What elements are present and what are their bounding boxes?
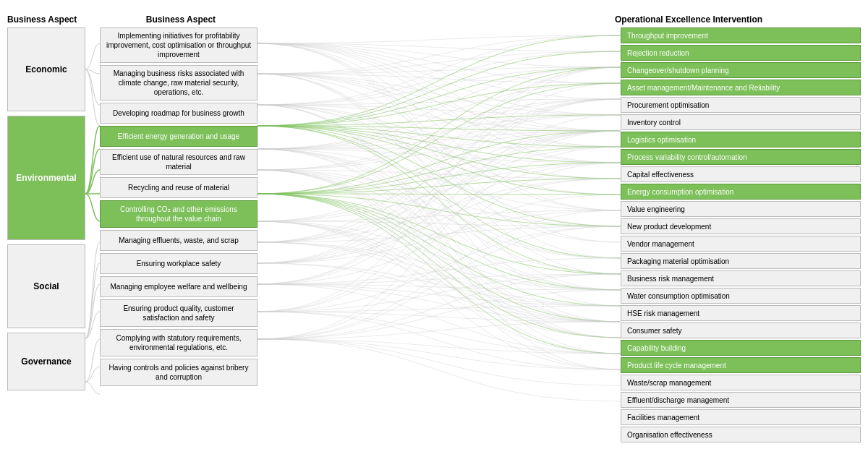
business-item-11: Complying with statutory requirements, e…	[100, 329, 258, 356]
business-item-9: Managing employee welfare and wellbeing	[100, 276, 258, 297]
oei-item-3: Asset management/Maintenance and Reliabi…	[621, 80, 861, 95]
business-item-4: Efficient use of natural resources and r…	[100, 149, 258, 175]
oei-item-8: Capital effectiveness	[621, 166, 861, 182]
business-item-5: Recycling and reuse of material	[100, 177, 258, 198]
oei-item-9: Energy consumption optimisation	[621, 184, 861, 200]
oei-item-4: Procurement optimisation	[621, 97, 861, 113]
oei-item-14: Business risk management	[621, 270, 861, 286]
oei-item-19: Product life cycle management	[621, 357, 861, 373]
business-item-0: Implementing initiatives for profitabili…	[100, 27, 258, 63]
aspect-environmental: Environmental	[7, 116, 85, 240]
oei-column: Throughput improvement Rejection reducti…	[621, 27, 861, 444]
oei-item-13: Packaging material optimisation	[621, 253, 861, 269]
aspect-governance: Governance	[7, 333, 85, 390]
business-item-8: Ensuring workplace safety	[100, 253, 258, 274]
oei-item-16: HSE risk management	[621, 305, 861, 321]
business-column: Implementing initiatives for profitabili…	[100, 27, 258, 388]
header-col3: Operational Excellence Intervention	[615, 14, 817, 25]
aspect-economic: Economic	[7, 27, 85, 111]
oei-item-12: Vendor management	[621, 236, 861, 252]
oei-item-2: Changeover/shutdown planning	[621, 62, 861, 78]
oei-item-11: New product development	[621, 218, 861, 234]
business-item-2: Developing roadmap for business growth	[100, 103, 258, 124]
business-item-7: Managing effluents, waste, and scrap	[100, 230, 258, 251]
main-container: Business Aspect Business Aspect Operatio…	[0, 0, 868, 470]
oei-item-17: Consumer safety	[621, 322, 861, 338]
business-item-1: Managing business risks associated with …	[100, 65, 258, 101]
oei-item-18: Capability building	[621, 340, 861, 356]
oei-item-6: Logistics optimisation	[621, 132, 861, 148]
oei-item-22: Facilities management	[621, 409, 861, 425]
business-item-12: Having controls and policies against bri…	[100, 359, 258, 386]
oei-item-10: Value engineering	[621, 201, 861, 217]
oei-item-0: Throughput improvement	[621, 27, 861, 43]
oei-item-7: Process variability control/automation	[621, 149, 861, 165]
oei-item-23: Organisation effectiveness	[621, 427, 861, 443]
header-col2: Business Aspect	[101, 14, 260, 25]
business-item-10: Ensuring product quality, customer satis…	[100, 299, 258, 327]
aspect-column: Economic Environmental Social Governance	[7, 27, 85, 390]
oei-item-15: Water consumption optimisation	[621, 288, 861, 304]
oei-item-21: Effluent/discharge management	[621, 392, 861, 408]
business-item-6: Controlling CO₂ and other emissions thro…	[100, 200, 258, 228]
header-col1: Business Aspect	[7, 14, 87, 25]
oei-item-20: Waste/scrap management	[621, 375, 861, 390]
oei-item-5: Inventory control	[621, 114, 861, 130]
aspect-social: Social	[7, 244, 85, 328]
business-item-3: Efficient energy generation and usage	[100, 126, 258, 147]
oei-item-1: Rejection reduction	[621, 45, 861, 61]
